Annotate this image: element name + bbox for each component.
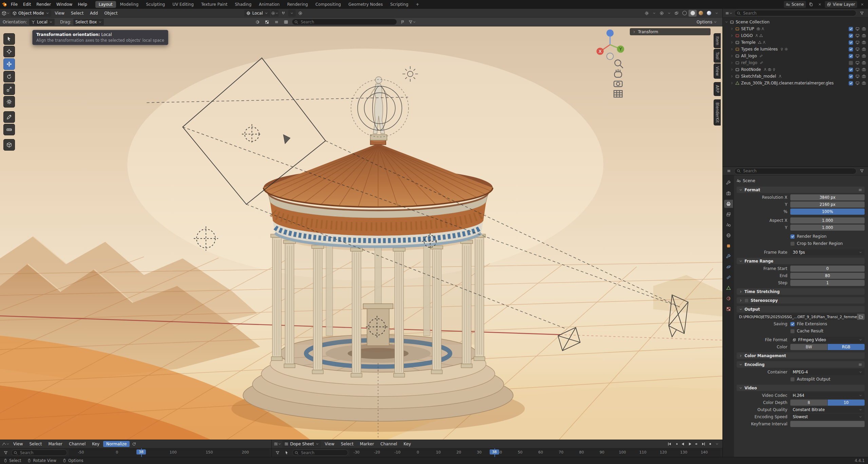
cursor-tool[interactable] (3, 46, 15, 57)
autosplit-checkbox[interactable] (790, 377, 795, 382)
disable-render-icon[interactable] (862, 34, 866, 38)
disable-render-icon[interactable] (862, 61, 866, 65)
tab-object-data[interactable] (724, 284, 733, 292)
asset-grid-icon-button[interactable] (282, 19, 290, 25)
menu-file[interactable]: File (8, 1, 20, 8)
tab-scripting[interactable]: Scripting (387, 1, 412, 8)
hide-viewport-icon[interactable] (855, 67, 860, 72)
color-rgb-button[interactable]: RGB (828, 344, 865, 350)
tab-texture-paint[interactable]: Texture Paint (198, 1, 231, 8)
dope-sheet-mode-dropdown[interactable]: Dope Sheet (282, 441, 321, 447)
asset-category-icon-button[interactable] (263, 19, 271, 25)
exclude-checkbox[interactable] (849, 40, 853, 45)
play-reverse-button[interactable] (680, 441, 686, 447)
tab-world[interactable] (724, 231, 733, 239)
outliner-row[interactable]: ref_logo (723, 59, 868, 66)
dope-editor-type-selector[interactable] (274, 441, 281, 447)
scale-tool[interactable] (3, 83, 15, 95)
menu-object[interactable]: Object (101, 10, 120, 17)
hide-viewport-icon[interactable] (855, 40, 860, 44)
graph-editor-type-selector[interactable] (2, 441, 10, 447)
asset-search-input[interactable] (292, 19, 397, 25)
sidebar-tab-blenderkit[interactable]: BlenderKit (714, 99, 721, 126)
keyframe-interval-field[interactable] (790, 421, 865, 427)
shading-wireframe-button[interactable] (680, 10, 688, 17)
disclosure-icon[interactable] (730, 47, 734, 51)
add-cube-tool[interactable] (3, 139, 15, 151)
editor-type-selector[interactable] (2, 10, 10, 17)
outliner-filter-button[interactable] (858, 10, 866, 17)
panel-header-time-stretching[interactable]: Time Stretching (737, 288, 865, 295)
disable-render-icon[interactable] (862, 67, 866, 72)
disable-render-icon[interactable] (862, 40, 866, 44)
timeline-ruler[interactable]: 38 -30-20-100102030405060708090100110120… (350, 448, 720, 457)
resolution-y-field[interactable]: 2160 px (790, 201, 865, 208)
tab-modeling[interactable]: Modeling (117, 1, 142, 8)
tab-layout[interactable]: Layout (95, 1, 116, 8)
tab-render[interactable] (724, 189, 733, 197)
normalize-refresh-button[interactable] (131, 441, 137, 447)
new-scene-button[interactable] (807, 1, 815, 8)
hide-viewport-icon[interactable] (855, 74, 860, 78)
outliner-row[interactable]: Temple (723, 39, 868, 46)
disable-render-icon[interactable] (862, 74, 866, 78)
panel-header-format[interactable]: Format (737, 187, 865, 193)
stereoscopy-checkbox[interactable] (744, 298, 749, 303)
menu-edit[interactable]: Edit (20, 1, 34, 8)
tool-options-dropdown[interactable]: Options (694, 19, 720, 25)
viewport-canvas[interactable]: X Y (0, 26, 722, 440)
resolution-percent-slider[interactable]: 100% (790, 209, 865, 215)
container-dropdown[interactable]: MPEG-4 (790, 369, 865, 375)
outliner-row[interactable]: All_logo (723, 53, 868, 59)
add-workspace-button[interactable]: + (412, 1, 422, 8)
sidebar-tab-item[interactable]: Item (714, 33, 721, 48)
remove-view-layer-button[interactable] (858, 1, 866, 8)
crop-region-checkbox[interactable] (790, 241, 795, 246)
properties-editor-type-selector[interactable] (725, 168, 733, 174)
xray-toggle[interactable] (673, 10, 680, 17)
panel-header-frame-range[interactable]: Frame Range (737, 258, 865, 264)
transform-panel-header[interactable]: Transform (630, 28, 711, 35)
channel-filter-icon-button[interactable] (2, 449, 10, 456)
tab-output[interactable] (724, 200, 733, 208)
menu-add[interactable]: Add (87, 10, 100, 17)
disable-render-icon[interactable] (862, 54, 866, 58)
filter-icon-button[interactable] (409, 19, 416, 25)
orientation-setting-dropdown[interactable]: Local (29, 19, 55, 25)
hide-viewport-icon[interactable] (855, 81, 860, 85)
normalize-toggle[interactable]: Normalize (103, 441, 130, 447)
disclosure-icon[interactable] (730, 34, 734, 37)
blender-logo-icon[interactable] (2, 2, 7, 7)
panel-header-stereoscopy[interactable]: Stereoscopy (737, 297, 865, 304)
exclude-checkbox[interactable] (849, 47, 853, 52)
menu-key[interactable]: Key (401, 441, 414, 447)
mode-dropdown[interactable]: Object Mode (11, 10, 51, 17)
select-box-tool[interactable] (3, 33, 15, 45)
hide-viewport-icon[interactable] (855, 54, 860, 58)
shading-rendered-button[interactable] (705, 10, 713, 17)
outliner-row[interactable]: RootNode (723, 66, 868, 73)
resolution-x-field[interactable]: 3840 px (790, 194, 865, 200)
exclude-checkbox[interactable] (849, 67, 853, 72)
tab-physics[interactable] (724, 263, 733, 271)
exclude-checkbox[interactable] (849, 81, 853, 85)
exclude-checkbox[interactable] (849, 74, 853, 79)
asset-mode-icon-button[interactable] (254, 19, 261, 25)
menu-select[interactable]: Select (26, 441, 44, 447)
shading-material-button[interactable] (697, 10, 705, 17)
tab-uv-editing[interactable]: UV Editing (169, 1, 197, 8)
outliner-row[interactable]: Zeus_300k_ZR.OBJ.cleaner.materialmerger.… (723, 80, 868, 86)
presets-icon[interactable] (858, 363, 862, 367)
outliner-row-scene-collection[interactable]: Scene Collection (723, 19, 868, 25)
aspect-y-field[interactable]: 1.000 (790, 225, 865, 231)
tab-tool[interactable] (724, 179, 733, 187)
transform-orientation-dropdown[interactable]: Local (244, 10, 270, 17)
scene-selector[interactable]: Scene (784, 1, 806, 8)
tab-object[interactable] (724, 242, 733, 250)
presets-icon[interactable] (858, 188, 862, 192)
menu-select[interactable]: Select (68, 10, 86, 17)
depth-10-button[interactable]: 10 (828, 400, 865, 406)
dope-search-input[interactable] (292, 449, 348, 456)
outliner-row[interactable]: LOGO (723, 32, 868, 39)
next-keyframe-button[interactable] (693, 441, 700, 447)
